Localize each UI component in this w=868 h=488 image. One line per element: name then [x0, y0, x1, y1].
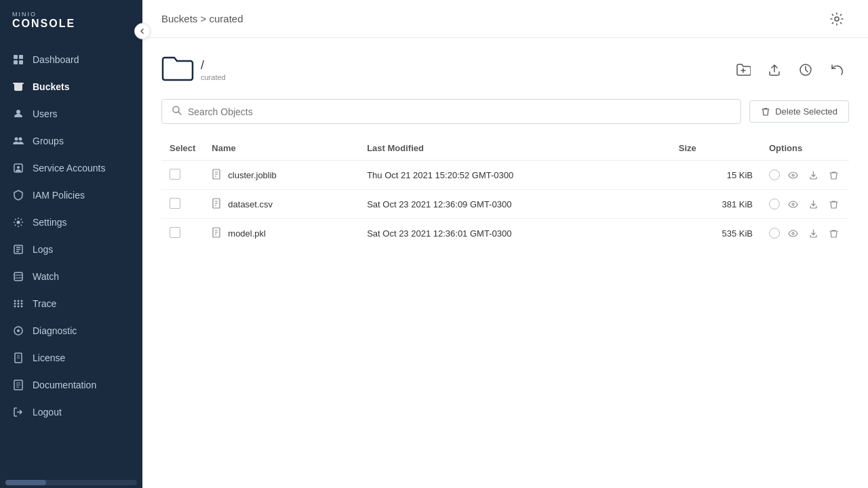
upload-button[interactable] — [762, 58, 787, 82]
row-preview-button[interactable] — [785, 197, 800, 211]
create-folder-button[interactable] — [731, 58, 755, 82]
search-icon — [172, 105, 182, 118]
svg-point-35 — [835, 17, 839, 21]
row-select-cell — [161, 161, 203, 190]
sidebar-item-diagnostic[interactable]: Diagnostic — [0, 317, 142, 344]
row-checkbox[interactable] — [170, 169, 180, 180]
buckets-label: Buckets — [33, 81, 69, 92]
svg-rect-3 — [19, 60, 23, 64]
col-header-size: Size — [671, 136, 761, 161]
row-delete-button[interactable] — [826, 167, 841, 182]
sidebar-item-watch[interactable]: Watch — [0, 263, 142, 290]
row-radio[interactable] — [769, 228, 780, 239]
file-table: Select Name Last Modified Size Options — [161, 136, 849, 247]
breadcrumb-prefix: Buckets — [161, 13, 197, 24]
row-download-button[interactable] — [806, 167, 821, 182]
table-row: dataset.csv Sat Oct 23 2021 12:36:09 GMT… — [161, 190, 849, 219]
svg-rect-0 — [14, 55, 18, 59]
svg-point-25 — [21, 306, 23, 308]
sidebar-item-trace[interactable]: Trace — [0, 290, 142, 317]
trace-label: Trace — [33, 298, 56, 309]
sidebar-logo: MINIO CONSOLE — [0, 0, 142, 39]
folder-actions — [731, 58, 849, 82]
table-header: Select Name Last Modified Size Options — [161, 136, 849, 161]
svg-point-45 — [792, 174, 794, 176]
svg-rect-14 — [14, 272, 22, 281]
file-icon — [212, 227, 222, 240]
sidebar-item-settings[interactable]: Settings — [0, 209, 142, 236]
row-size-cell: 535 KiB — [671, 219, 761, 248]
row-name-cell: dataset.csv — [203, 190, 359, 219]
search-input[interactable] — [188, 106, 731, 117]
folder-name: curated — [201, 73, 226, 81]
file-icon — [212, 198, 222, 211]
table-row: cluster.joblib Thu Oct 21 2021 15:20:52 … — [161, 161, 849, 190]
topbar: Buckets > curated — [142, 0, 868, 38]
diagnostic-icon — [12, 325, 24, 337]
svg-point-24 — [21, 303, 23, 305]
buckets-icon — [12, 81, 24, 93]
row-select-cell — [161, 190, 203, 219]
main-content: Buckets > curated / curated — [142, 0, 868, 488]
row-checkbox[interactable] — [170, 198, 180, 209]
sidebar-item-iam-policies[interactable]: IAM Policies — [0, 182, 142, 209]
row-delete-button[interactable] — [826, 197, 841, 211]
delete-selected-button[interactable]: Delete Selected — [749, 100, 849, 123]
sidebar-item-buckets[interactable]: Buckets — [0, 73, 142, 100]
sidebar-item-logout[interactable]: Logout — [0, 399, 142, 426]
col-header-options: Options — [761, 136, 849, 161]
diagnostic-label: Diagnostic — [33, 325, 77, 336]
row-filename: cluster.joblib — [228, 170, 277, 180]
row-name-cell: model.pkl — [203, 219, 359, 248]
sidebar-item-dashboard[interactable]: Dashboard — [0, 46, 142, 73]
iam-policies-label: IAM Policies — [33, 190, 85, 201]
file-table-body: cluster.joblib Thu Oct 21 2021 15:20:52 … — [161, 161, 849, 248]
sidebar-item-documentation[interactable]: Documentation — [0, 371, 142, 399]
settings-icon — [12, 216, 24, 228]
settings-button[interactable] — [825, 7, 849, 31]
row-preview-button[interactable] — [785, 167, 800, 182]
settings-label: Settings — [33, 217, 67, 228]
svg-point-22 — [18, 306, 20, 308]
sidebar-item-logs[interactable]: Logs — [0, 236, 142, 263]
folder-info: / curated — [161, 54, 226, 85]
users-icon — [12, 108, 24, 120]
search-bar: Delete Selected — [161, 99, 849, 124]
trace-icon — [12, 298, 24, 310]
svg-point-21 — [18, 303, 20, 305]
svg-rect-2 — [14, 60, 18, 64]
logout-icon — [12, 406, 24, 418]
svg-point-6 — [19, 138, 22, 141]
row-checkbox[interactable] — [170, 227, 180, 238]
sidebar-item-users[interactable]: Users — [0, 100, 142, 127]
versions-button[interactable] — [793, 58, 818, 82]
col-header-select: Select — [161, 136, 203, 161]
refresh-button[interactable] — [825, 58, 849, 82]
sidebar-collapse-button[interactable] — [134, 23, 151, 39]
folder-header: / curated — [161, 54, 849, 85]
svg-rect-1 — [19, 55, 23, 59]
breadcrumb-separator: > — [197, 13, 209, 24]
logo-min-text: MINIO — [12, 11, 75, 18]
row-download-button[interactable] — [806, 197, 821, 211]
documentation-label: Documentation — [33, 380, 96, 390]
row-modified-cell: Sat Oct 23 2021 12:36:09 GMT-0300 — [359, 190, 671, 219]
row-download-button[interactable] — [806, 226, 821, 241]
folder-path: / — [201, 58, 226, 73]
table-row: model.pkl Sat Oct 23 2021 12:36:01 GMT-0… — [161, 219, 849, 248]
row-delete-button[interactable] — [826, 226, 841, 241]
svg-point-19 — [14, 306, 16, 308]
row-modified-cell: Sat Oct 23 2021 12:36:01 GMT-0300 — [359, 219, 671, 248]
row-radio[interactable] — [769, 169, 780, 180]
row-size-cell: 381 KiB — [671, 190, 761, 219]
svg-point-9 — [17, 221, 20, 224]
sidebar-item-groups[interactable]: Groups — [0, 127, 142, 155]
row-filename: model.pkl — [228, 228, 266, 239]
sidebar-item-service-accounts[interactable]: Service Accounts — [0, 155, 142, 182]
svg-point-4 — [16, 110, 20, 114]
sidebar-item-license[interactable]: License — [0, 344, 142, 371]
sidebar-scrollbar[interactable] — [5, 480, 137, 485]
row-preview-button[interactable] — [785, 226, 800, 241]
row-radio[interactable] — [769, 199, 780, 209]
svg-point-5 — [15, 138, 18, 141]
